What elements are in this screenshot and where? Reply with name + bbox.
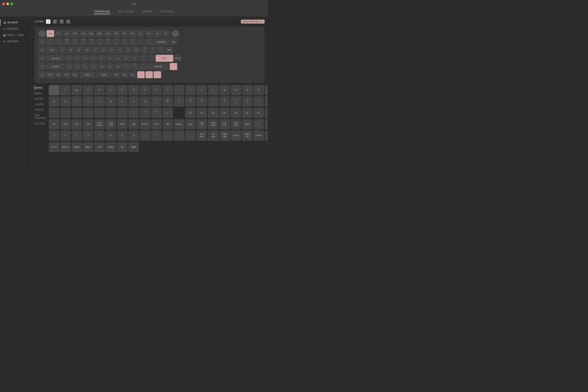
- key-t[interactable]: T: [92, 46, 99, 54]
- palette-key-num-plus[interactable]: +: [174, 130, 185, 141]
- key-w[interactable]: W: [67, 46, 74, 54]
- palette-cat-special[interactable]: SPECIAL: [34, 108, 46, 112]
- palette-key-insert[interactable]: Insert: [151, 119, 162, 130]
- palette-key-right-alt[interactable]: Right Alt: [60, 142, 71, 152]
- palette-key-f7[interactable]: F7: [253, 108, 264, 118]
- key-right-arrow[interactable]: →: [154, 71, 161, 79]
- palette-key-right-shift[interactable]: RightShift: [219, 130, 230, 141]
- palette-key-t[interactable]: T: [72, 96, 82, 107]
- palette-key-left-arrow[interactable]: Left: [94, 142, 105, 152]
- key-next[interactable]: Next: [121, 30, 128, 38]
- palette-key-pagedown[interactable]: PageDown: [208, 119, 218, 130]
- key-scr-minus[interactable]: Scr -: [55, 30, 62, 38]
- key-period[interactable]: >.: [131, 63, 138, 70]
- palette-key-e[interactable]: E: [128, 85, 139, 96]
- key-scr-plus[interactable]: Scr +: [63, 30, 71, 38]
- key-comma[interactable]: <,: [123, 63, 130, 70]
- palette-key-tilde-backtick[interactable]: ~`: [60, 108, 71, 118]
- palette-key-m-letter[interactable]: M: [219, 85, 230, 96]
- palette-key-7[interactable]: &7: [219, 96, 230, 107]
- key-g[interactable]: G: [98, 55, 105, 62]
- palette-key-z[interactable]: Z: [140, 96, 150, 107]
- key-lcmd[interactable]: LCmd: [63, 71, 71, 79]
- key-n[interactable]: N: [106, 63, 114, 70]
- palette-key-l[interactable]: L: [208, 85, 218, 96]
- palette-key-f1[interactable]: F1: [185, 108, 196, 118]
- palette-key-space[interactable]: Space: [72, 142, 82, 152]
- key-rctl[interactable]: RCtl: [129, 71, 136, 79]
- palette-key-y[interactable]: Y: [128, 96, 139, 107]
- palette-key-w[interactable]: W: [106, 96, 116, 107]
- layer-2-button[interactable]: 2: [59, 20, 64, 24]
- key-d[interactable]: D: [82, 55, 89, 62]
- palette-key-left-ctrl[interactable]: Left Ctrl: [231, 130, 241, 141]
- palette-key-o[interactable]: O: [242, 85, 253, 96]
- key-mo1-left[interactable]: MO(1): [71, 71, 79, 79]
- palette-cat-media[interactable]: MEDIA: [34, 91, 46, 96]
- key-b[interactable]: B: [98, 63, 105, 70]
- key-slash[interactable]: ?/: [139, 63, 147, 70]
- palette-key-j[interactable]: J: [185, 85, 196, 96]
- key-space-left[interactable]: Space: [80, 71, 95, 79]
- key-pgdn[interactable]: PgDn: [166, 46, 173, 54]
- palette-key-pause[interactable]: Pause: [117, 119, 128, 130]
- palette-key-right-win[interactable]: RightWin: [265, 130, 268, 141]
- palette-key-question[interactable]: ?/: [151, 108, 162, 118]
- palette-key-u[interactable]: U: [83, 96, 93, 107]
- key-r[interactable]: R: [83, 46, 91, 54]
- palette-key-num-minus[interactable]: -: [163, 130, 173, 141]
- palette-key-num0[interactable]: 0: [128, 130, 139, 141]
- palette-key-num5[interactable]: 5: [72, 130, 82, 141]
- key-star[interactable]: *8: [113, 38, 120, 46]
- palette-key-down-arrow[interactable]: Down: [106, 142, 116, 152]
- key-lparen[interactable]: (9: [121, 38, 128, 46]
- key-u[interactable]: U: [108, 46, 115, 54]
- key-h[interactable]: H: [106, 55, 114, 62]
- palette-key-d[interactable]: D: [117, 85, 128, 96]
- palette-key-equals[interactable]: =: [163, 108, 173, 118]
- palette-key-v[interactable]: V: [94, 96, 105, 107]
- key-quote[interactable]: "': [147, 55, 155, 62]
- palette-key-pipe[interactable]: |\: [94, 108, 105, 118]
- palette-key-lt[interactable]: <,: [128, 108, 139, 118]
- key-prvs[interactable]: Prvs: [104, 30, 112, 38]
- key-tab[interactable]: Tab: [47, 46, 58, 54]
- palette-cat-custom[interactable]: CUSTOM: [34, 122, 46, 126]
- key-pgup[interactable]: PgUp: [170, 38, 178, 46]
- minimize-button[interactable]: [6, 2, 9, 5]
- palette-key-num3[interactable]: 3: [49, 130, 59, 141]
- palette-key-g[interactable]: G: [151, 85, 162, 96]
- palette-key-num7[interactable]: 7: [94, 130, 105, 141]
- palette-cat-qmk[interactable]: QMK LIGHTING: [34, 113, 46, 120]
- palette-key-plus-eq[interactable]: +=: [49, 108, 59, 118]
- key-m[interactable]: M: [114, 63, 122, 70]
- key-q[interactable]: Q: [59, 46, 66, 54]
- palette-cat-macro[interactable]: MACRO: [34, 97, 46, 101]
- palette-key-num6[interactable]: 6: [83, 130, 93, 141]
- key-m2[interactable]: M2: [38, 46, 46, 54]
- key-z[interactable]: Z: [65, 63, 72, 70]
- key-k[interactable]: K: [123, 55, 130, 62]
- palette-key-numlock[interactable]: NumLock: [219, 119, 230, 130]
- key-m3[interactable]: M3: [38, 55, 46, 62]
- palette-key-num-slash[interactable]: /: [140, 130, 150, 141]
- key-percent[interactable]: %5: [88, 38, 95, 46]
- sidebar-item-macros[interactable]: ⊙ MACROS: [0, 26, 31, 32]
- key-vol-plus[interactable]: Vol +: [145, 30, 153, 38]
- palette-key-s[interactable]: S: [60, 96, 71, 107]
- palette-key-right-arrow[interactable]: Right: [128, 142, 139, 152]
- key-brght-plus[interactable]: Brght+: [96, 30, 103, 38]
- key-exclaim[interactable]: !1: [55, 38, 62, 46]
- key-space-right[interactable]: Space: [96, 71, 112, 79]
- palette-cat-basic[interactable]: BASIC: [34, 86, 46, 90]
- palette-key-up-arrow[interactable]: Up: [117, 142, 128, 152]
- key-del-fn[interactable]: Del: [162, 30, 169, 38]
- palette-key-f2[interactable]: F2: [196, 108, 207, 118]
- key-tilde[interactable]: ~`1: [47, 38, 54, 46]
- key-ins[interactable]: Ins: [154, 30, 161, 38]
- key-m1[interactable]: M1: [38, 38, 46, 46]
- key-c[interactable]: C: [82, 63, 89, 70]
- palette-key-f12[interactable]: F12: [83, 119, 93, 130]
- key-rcmd[interactable]: RCmd: [113, 71, 120, 79]
- palette-key-i[interactable]: I: [174, 85, 185, 96]
